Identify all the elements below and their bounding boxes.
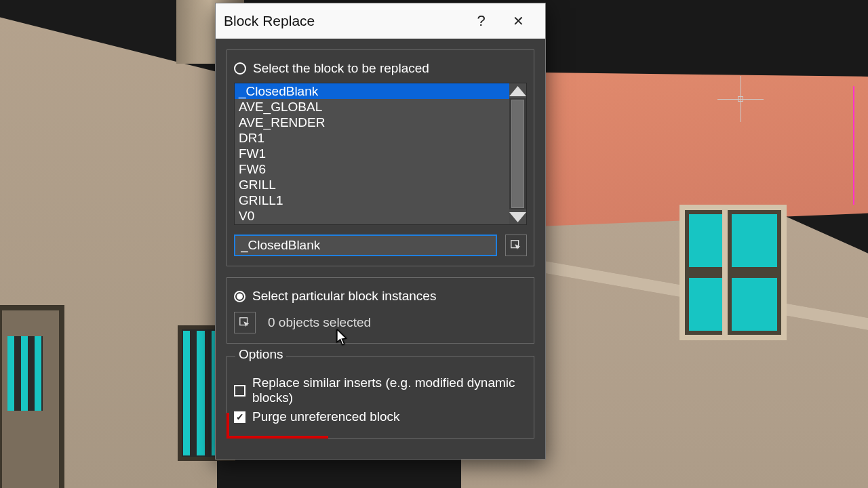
radio-select-block[interactable]: Select the block to be replaced: [234, 61, 527, 76]
options-legend: Options: [235, 347, 286, 362]
list-item[interactable]: V0: [235, 208, 509, 224]
list-item[interactable]: FW6: [235, 161, 509, 177]
list-item[interactable]: DR1: [235, 130, 509, 146]
objects-selected-label: 0 objects selected: [268, 315, 371, 330]
scroll-thumb[interactable]: [511, 100, 524, 208]
list-item[interactable]: GRILL1: [235, 192, 509, 208]
group-select-block: Select the block to be replaced _ClosedB…: [226, 49, 534, 266]
checkbox-replace-similar-label: Replace similar inserts (e.g. modified d…: [252, 375, 527, 405]
checkbox-icon: [234, 411, 245, 423]
list-item[interactable]: AVE_GLOBAL: [235, 99, 509, 115]
list-item[interactable]: V2: [235, 224, 509, 224]
pick-instances-button[interactable]: [234, 312, 256, 333]
checkbox-replace-similar[interactable]: Replace similar inserts (e.g. modified d…: [234, 375, 527, 405]
scroll-down-icon[interactable]: [509, 209, 526, 224]
block-name-input[interactable]: [234, 235, 497, 256]
radio-icon: [234, 62, 246, 75]
help-button[interactable]: ?: [462, 3, 500, 39]
close-button[interactable]: ✕: [500, 3, 537, 39]
block-listbox[interactable]: _ClosedBlankAVE_GLOBALAVE_RENDERDR1FW1FW…: [234, 83, 527, 225]
pick-block-button[interactable]: [505, 235, 527, 256]
group-select-instances: Select particular block instances 0 obje…: [226, 277, 534, 344]
radio-icon: [234, 291, 245, 302]
door-left: [0, 305, 64, 488]
list-item[interactable]: AVE_RENDER: [235, 115, 509, 130]
scrollbar[interactable]: [509, 83, 526, 224]
scroll-track[interactable]: [509, 98, 526, 209]
checkbox-purge-unref-label: Purge unreferenced block: [252, 409, 400, 424]
radio-select-instances-label: Select particular block instances: [252, 289, 436, 304]
radio-select-block-label: Select the block to be replaced: [253, 61, 429, 76]
scroll-up-icon[interactable]: [509, 83, 526, 98]
list-item[interactable]: FW1: [235, 146, 509, 161]
window-right-b: [722, 205, 787, 340]
checkbox-icon: [234, 385, 245, 396]
list-item[interactable]: GRILL: [235, 177, 509, 192]
list-item[interactable]: _ClosedBlank: [235, 83, 509, 99]
dialog-title: Block Replace: [224, 13, 462, 29]
titlebar[interactable]: Block Replace ? ✕: [216, 3, 545, 39]
radio-select-instances[interactable]: Select particular block instances: [234, 289, 527, 304]
block-replace-dialog: Block Replace ? ✕ Select the block to be…: [215, 3, 546, 460]
checkbox-purge-unref[interactable]: Purge unreferenced block: [234, 409, 527, 424]
group-options: Options Replace similar inserts (e.g. mo…: [226, 356, 534, 439]
